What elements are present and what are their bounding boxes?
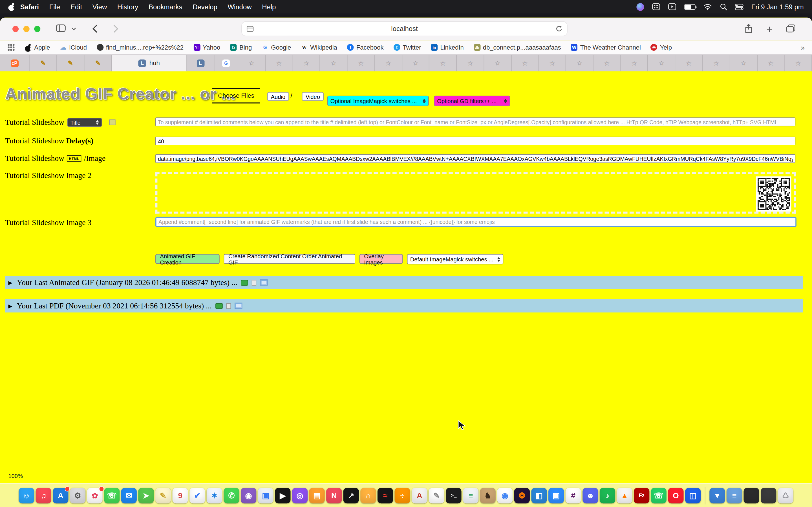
gif-preview-icon[interactable] bbox=[215, 303, 222, 308]
video-button[interactable]: Video bbox=[302, 92, 324, 101]
dock-messages[interactable]: ☏ bbox=[104, 488, 119, 503]
image2-dropzone[interactable] bbox=[155, 172, 796, 214]
tab-empty-favorite[interactable]: ☆ bbox=[402, 55, 429, 71]
disclosure-triangle-icon[interactable]: ▶ bbox=[8, 303, 12, 308]
menu-item-bookmarks[interactable]: Bookmarks bbox=[144, 3, 188, 11]
menu-app-name[interactable]: Safari bbox=[15, 3, 44, 11]
tab-empty-favorite[interactable]: ☆ bbox=[566, 55, 594, 71]
default-imagemagick-select[interactable]: Default ImageMagick switches ... bbox=[407, 254, 504, 265]
dock-music[interactable]: ♫ bbox=[36, 488, 51, 503]
dock-minimized-window-1[interactable] bbox=[744, 488, 759, 503]
tab-empty-favorite[interactable]: ☆ bbox=[784, 55, 812, 71]
gd-filters-select[interactable]: Optional GD filters++ ... bbox=[434, 96, 510, 106]
favorite-wikipedia[interactable]: WWikipedia bbox=[301, 44, 337, 51]
dock-calculator[interactable]: ÷ bbox=[395, 488, 410, 503]
dock-voice-memos[interactable]: ≈ bbox=[377, 488, 393, 503]
dock-facetime[interactable]: ✆ bbox=[223, 488, 239, 503]
dock-photo-booth[interactable]: ◉ bbox=[241, 488, 256, 503]
image-data-input[interactable] bbox=[155, 154, 795, 163]
dock-home[interactable]: ⌂ bbox=[360, 488, 376, 503]
clipboard-icon[interactable] bbox=[260, 279, 268, 286]
dock-terminal[interactable]: >_ bbox=[446, 488, 461, 503]
tab-empty-favorite[interactable]: ☆ bbox=[621, 55, 648, 71]
dock-system-settings[interactable]: ⚙ bbox=[70, 488, 86, 503]
tab-editor-3[interactable]: ✎ bbox=[84, 55, 112, 71]
dock-vlc[interactable]: ▲ bbox=[617, 488, 632, 503]
dock-activity-monitor[interactable]: ≡ bbox=[463, 488, 478, 503]
tab-empty-favorite[interactable]: ☆ bbox=[320, 55, 348, 71]
dock-podcasts[interactable]: ◎ bbox=[292, 488, 308, 503]
apple-menu-icon[interactable] bbox=[8, 3, 15, 11]
dock-mail[interactable]: ✉ bbox=[121, 488, 137, 503]
dock-tv[interactable]: ▶ bbox=[275, 488, 290, 503]
dock-photos[interactable]: ✿ bbox=[87, 488, 103, 503]
tab-empty-favorite[interactable]: ☆ bbox=[238, 55, 266, 71]
favorite-google[interactable]: GGoogle bbox=[262, 44, 291, 51]
dock-spotify[interactable]: ♪ bbox=[600, 488, 615, 503]
share-icon[interactable] bbox=[745, 24, 753, 34]
minimize-window-button[interactable] bbox=[23, 26, 30, 32]
title-position-select[interactable]: Title bbox=[67, 118, 102, 127]
tab-empty-favorite[interactable]: ☆ bbox=[703, 55, 730, 71]
favorites-overflow-icon[interactable]: » bbox=[801, 43, 805, 51]
siri-icon[interactable] bbox=[637, 3, 644, 11]
dock-chrome[interactable]: ◉ bbox=[497, 488, 513, 503]
title-config-input[interactable] bbox=[155, 117, 795, 126]
tab-empty-favorite[interactable]: ☆ bbox=[539, 55, 566, 71]
dock-whatsapp[interactable]: ☏ bbox=[651, 488, 666, 503]
dock-trash[interactable]: ♺ bbox=[778, 488, 794, 503]
menu-item-file[interactable]: File bbox=[44, 3, 65, 11]
dock-reminders[interactable]: ✔ bbox=[190, 488, 205, 503]
tab-editor-2[interactable]: ✎ bbox=[57, 55, 84, 71]
tab-google[interactable]: G bbox=[214, 55, 238, 71]
reload-icon[interactable] bbox=[556, 25, 562, 32]
audio-button[interactable]: Audio bbox=[267, 92, 289, 101]
tab-cpanel[interactable]: cP bbox=[0, 55, 30, 71]
tab-empty-favorite[interactable]: ☆ bbox=[457, 55, 484, 71]
dock-downloads-folder[interactable]: ▼ bbox=[709, 488, 725, 503]
gif-preview-icon[interactable] bbox=[241, 280, 248, 285]
tab-empty-favorite[interactable]: ☆ bbox=[348, 55, 375, 71]
document-icon[interactable] bbox=[226, 303, 231, 308]
dock-minimized-window-2[interactable] bbox=[761, 488, 776, 503]
dock-calendar[interactable]: 9 bbox=[172, 488, 188, 503]
tab-empty-favorite[interactable]: ☆ bbox=[511, 55, 539, 71]
close-window-button[interactable] bbox=[12, 26, 18, 32]
favorite-bing[interactable]: bBing bbox=[230, 44, 252, 51]
tab-empty-favorite[interactable]: ☆ bbox=[757, 55, 784, 71]
imagemagick-switches-select[interactable]: Optional ImageMagick switches ... bbox=[327, 96, 429, 106]
tab-empty-favorite[interactable]: ☆ bbox=[429, 55, 457, 71]
zoom-window-button[interactable] bbox=[34, 26, 40, 32]
dock-textedit[interactable]: ✎ bbox=[429, 488, 444, 503]
dock-notes[interactable]: ✎ bbox=[155, 488, 171, 503]
tab-empty-favorite[interactable]: ☆ bbox=[594, 55, 621, 71]
favorite-icloud[interactable]: ☁iCloud bbox=[60, 44, 87, 51]
battery-icon[interactable] bbox=[684, 4, 695, 10]
back-button[interactable] bbox=[92, 24, 98, 33]
tab-empty-favorite[interactable]: ☆ bbox=[675, 55, 703, 71]
clipboard-icon[interactable] bbox=[234, 302, 242, 309]
dock-safari[interactable]: ✶ bbox=[207, 488, 222, 503]
dock-opera[interactable]: O bbox=[668, 488, 683, 503]
dock-firefox[interactable]: ❂ bbox=[514, 488, 530, 503]
dock-discord[interactable]: ☻ bbox=[582, 488, 598, 503]
tab-empty-favorite[interactable]: ☆ bbox=[648, 55, 675, 71]
dock-filezilla[interactable]: Fz bbox=[634, 488, 649, 503]
dock-news[interactable]: N bbox=[326, 488, 342, 503]
menu-item-help[interactable]: Help bbox=[257, 3, 281, 11]
tab-active[interactable]: Lhuh bbox=[112, 55, 187, 71]
dock-dictionary[interactable]: A bbox=[412, 488, 427, 503]
control-center-icon[interactable] bbox=[735, 3, 744, 10]
dock-finder[interactable]: ☺ bbox=[18, 488, 34, 503]
tab-overview-icon[interactable] bbox=[786, 24, 795, 33]
tab-empty-favorite[interactable]: ☆ bbox=[730, 55, 757, 71]
last-animated-gif-summary[interactable]: ▶ Your Last Animated GIF (January 08 202… bbox=[5, 276, 803, 289]
favorite-apple[interactable]: Apple bbox=[25, 44, 50, 51]
wifi-icon[interactable] bbox=[703, 3, 712, 10]
randomized-gif-button[interactable]: Create Randomized Content Order Animated… bbox=[223, 254, 355, 264]
dock-slack[interactable]: # bbox=[566, 488, 581, 503]
overlay-images-button[interactable]: Overlay Images bbox=[359, 254, 403, 264]
bookmarks-grid-icon[interactable] bbox=[7, 43, 15, 51]
dock-chess[interactable]: ♞ bbox=[480, 488, 496, 503]
dock-books[interactable]: ▤ bbox=[309, 488, 325, 503]
